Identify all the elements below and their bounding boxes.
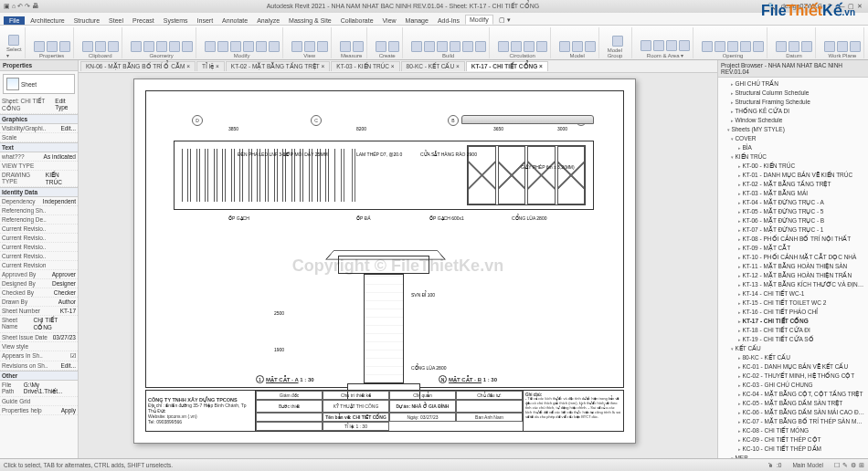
ribbon-button[interactable] [572,41,583,52]
ribbon-button[interactable] [340,41,351,52]
tree-node[interactable]: KC-09 - CHI TIẾT THÉP CỘT [718,435,868,445]
ribbon-button[interactable] [450,41,460,52]
tree-node[interactable]: KIẾN TRÚC [718,152,868,162]
workset-dropdown[interactable]: Main Model [792,462,823,468]
ribbon-button[interactable] [653,40,664,51]
tree-node[interactable]: Window Schedule [718,116,868,125]
prop-row[interactable]: Current Revision [0,261,78,270]
ribbon-button[interactable] [376,41,386,52]
prop-section[interactable]: Other [0,371,78,381]
ribbon-button[interactable] [462,41,473,52]
tree-node[interactable]: KT-16 - CHI TIẾT PHÁO CHỈ [718,308,868,317]
prop-row[interactable]: what???As indicated [0,152,78,162]
ribbon-button[interactable] [666,40,677,51]
ribbon-button[interactable] [243,41,254,52]
prop-row[interactable]: Current Revisio.. [0,225,78,234]
ribbon-tab[interactable]: Add-Ins [434,16,463,25]
ribbon-button[interactable] [437,41,448,52]
properties-palette[interactable]: Properties Sheet Sheet: CHI TIẾT CỔNG Ed… [0,60,79,458]
ribbon-button[interactable] [217,41,228,52]
prop-row[interactable]: Revisions on Sh..Edit... [0,361,78,371]
prop-row[interactable]: DependencyIndependent [0,197,78,206]
tree-node[interactable]: KT-01 - DANH MỤC BẢN VẼ KIẾN TRÚC [718,171,868,180]
type-selector[interactable]: Sheet [3,74,75,94]
ribbon-tab[interactable]: Structure [70,16,103,25]
edit-type-button[interactable]: Edit Type [55,98,76,112]
tree-node[interactable]: KC-01 - DANH MỤC BẢN VẼ KẾT CẤU [718,362,868,372]
ribbon-button[interactable] [95,41,106,52]
ribbon-button[interactable] [256,41,267,52]
ribbon-button[interactable] [169,41,180,52]
prop-row[interactable]: Sheet Issue Date03/27/23 [0,333,78,342]
tree-node[interactable]: KT-18 - CHI TIẾT CỬA ĐI [718,326,868,335]
ribbon-button[interactable] [59,41,70,52]
tree-node[interactable]: KT-10 - PHỐI CẢNH MẶT CẮT DỌC NHÀ [718,253,868,262]
ribbon-button[interactable] [143,41,154,52]
ribbon-button[interactable] [47,41,58,52]
ribbon-button[interactable] [585,41,596,52]
tree-node[interactable]: Structural Framing Schedule [718,98,868,107]
ribbon-tab[interactable]: Insert [194,16,217,25]
tree-node[interactable]: KT-11 - MẶT BẰNG HOÀN THIỆN SÀN [718,262,868,271]
ribbon-button[interactable] [411,41,422,52]
ribbon-tab[interactable]: ▢ ▾ [495,16,514,25]
ribbon-button[interactable] [182,41,193,52]
tree-node[interactable]: KC-05 - MẶT BẰNG DẦM SÀN TRỆT [718,399,868,408]
prop-row[interactable]: Visibility/Graphi..Edit... [0,124,78,133]
selection-count[interactable]: 🖱:0 [767,462,781,468]
ribbon-button[interactable] [536,41,547,52]
ribbon-button[interactable] [317,41,328,52]
tree-node[interactable]: KT-00 - KIẾN TRÚC [718,162,868,171]
ribbon-button[interactable] [850,41,861,52]
tree-node[interactable]: KC-06 - MẶT BẰNG DẦM SÀN MÁI CAO ĐỘ +3.8… [718,408,868,417]
tree-node[interactable]: KT-04 - MẶT ĐỨNG TRỤC - A [718,198,868,207]
ribbon-tab[interactable]: View [379,16,400,25]
ribbon-button[interactable] [702,41,713,52]
prop-row[interactable]: Guide Grid [0,397,78,406]
ribbon-tab[interactable]: Annotate [218,16,251,25]
tree-node[interactable]: 80-KC - KẾT CẤU [718,353,868,362]
prop-row[interactable]: Referencing Sh.. [0,206,78,215]
ribbon-button[interactable] [511,41,522,52]
tree-node[interactable]: KT-05 - MẶT ĐỨNG TRỤC - 5 [718,207,868,216]
tree-node[interactable]: KC-08 - CHI TIẾT MÓNG [718,426,868,435]
qat[interactable]: ▣ ⌂ ↶ ↷ 🖶 [4,3,38,10]
canvas[interactable]: D C B A 3850 8200 3650 3000 [79,73,717,458]
tree-node[interactable]: COVER [718,134,868,143]
project-browser[interactable]: Project Browser - NHA NAM NHAT BAC NINH … [717,60,868,458]
tree-node[interactable]: KC-10 - CHI TIẾT THÉP DẦM [718,445,868,454]
ribbon-button[interactable] [824,41,835,52]
ribbon-button[interactable] [727,41,738,52]
tree-node[interactable]: KC-07 - MẶT BẰNG BỐ TRÍ THÉP SÀN MÁI CAO… [718,417,868,426]
ribbon-button[interactable] [776,41,787,52]
ribbon-tab[interactable]: Precast [129,16,158,25]
ribbon-button[interactable] [269,41,280,52]
ribbon-tab[interactable]: Manage [402,16,432,25]
prop-row[interactable]: File PathG:\My Drive\1.Thiết... [0,381,78,397]
tree-node[interactable]: THỐNG KÊ CỬA DI [718,107,868,116]
ribbon-button[interactable] [424,41,435,52]
tree-node[interactable]: KT-07 - MẶT ĐỨNG TRỤC - 1 [718,225,868,235]
ribbon-button[interactable] [789,41,799,52]
tree-node[interactable]: KT-09 - MẶT CẮT [718,244,868,253]
prop-row[interactable]: Designed ByDesigner [0,279,78,288]
ribbon-button[interactable] [740,41,751,52]
ribbon-tab[interactable]: Analyze [253,16,283,25]
tree-node[interactable]: BÌA [718,143,868,152]
prop-row[interactable]: DRAWING TYPEKIẾN TRÚC [0,171,78,187]
prop-row[interactable]: Approved ByApprover [0,270,78,279]
prop-section[interactable]: Graphics [0,114,78,124]
ribbon-button[interactable] [559,41,570,52]
ribbon-button[interactable] [498,41,509,52]
view-tab[interactable]: KT-02 - MẶT BẰNG TẦNG TRỆT × [226,61,331,71]
ribbon-button[interactable] [131,41,142,52]
view-tab[interactable]: Tỉ lệ × [196,61,225,71]
ribbon-button[interactable] [156,41,167,52]
prop-section[interactable]: Identity Data [0,187,78,197]
prop-row[interactable]: Current Revisio.. [0,252,78,261]
ribbon-button[interactable] [612,36,623,47]
tree-node[interactable]: KT-19 - CHI TIẾT CỬA SỔ [718,335,868,344]
ribbon-button[interactable] [679,40,690,51]
prop-row[interactable]: Current Revisio.. [0,243,78,252]
status-toggles[interactable]: ☐✎⚙⊞ [834,462,864,469]
